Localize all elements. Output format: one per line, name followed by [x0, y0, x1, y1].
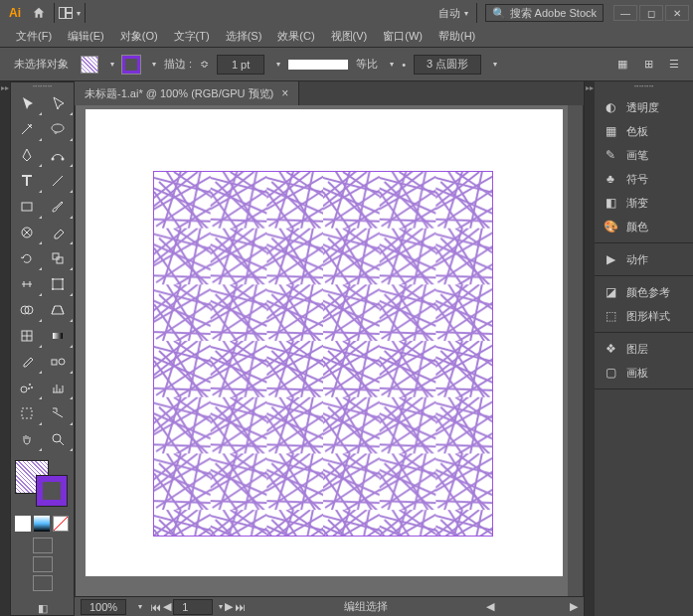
prev-icon[interactable]: ◀ [163, 600, 171, 613]
artboard-nav[interactable]: ⏮ ◀ 1 ▾ ▶ ⏭ [150, 599, 246, 615]
transform-icon[interactable]: ⊞ [639, 56, 657, 74]
panel-画笔[interactable]: ✎画笔 [595, 143, 693, 167]
stroke-weight-field[interactable]: 1 pt [217, 55, 264, 75]
canvas[interactable] [76, 105, 583, 596]
align-icon[interactable]: ▦ [613, 56, 631, 74]
blend-tool[interactable] [43, 349, 75, 375]
chevron-down-icon[interactable]: ▾ [152, 60, 156, 69]
hand-tool[interactable] [11, 426, 43, 452]
panel-画板[interactable]: ▢画板 [595, 361, 693, 385]
document-tab[interactable]: 未标题-1.ai* @ 100% (RGB/GPU 预览) × [75, 81, 299, 105]
free-transform-tool[interactable] [43, 271, 75, 297]
gradient-mode-button[interactable] [34, 516, 50, 532]
eyedropper-tool[interactable] [11, 349, 43, 375]
separator [476, 3, 477, 23]
chevron-down-icon[interactable]: ▾ [493, 60, 497, 69]
chevron-down-icon[interactable]: ▾ [276, 60, 280, 69]
fill-swatch[interactable] [81, 56, 98, 74]
scroll-left-icon[interactable]: ◀ [486, 600, 494, 613]
tab-title: 未标题-1.ai* @ 100% (RGB/GPU 预览) [85, 86, 273, 101]
menu-文件[interactable]: 文件(F) [8, 27, 60, 47]
chevron-down-icon[interactable]: ▾ [219, 602, 223, 611]
scale-tool[interactable] [43, 245, 75, 271]
minimize-button[interactable]: — [613, 5, 637, 21]
menu-选择[interactable]: 选择(S) [218, 27, 270, 47]
width-tool[interactable] [11, 271, 43, 297]
panel-透明度[interactable]: ◐透明度 [595, 95, 693, 119]
chevron-down-icon[interactable]: ▾ [110, 60, 114, 69]
zoom-field[interactable]: 100% [81, 599, 126, 615]
draw-normal-button[interactable] [33, 538, 53, 553]
menu-窗口[interactable]: 窗口(W) [375, 27, 431, 47]
panel-渐变[interactable]: ◧渐变 [595, 191, 693, 215]
menu-帮助[interactable]: 帮助(H) [431, 27, 483, 47]
options-icon[interactable]: ☰ [665, 56, 683, 74]
artboard-number-field[interactable]: 1 [173, 599, 213, 615]
menu-文字[interactable]: 文字(T) [166, 27, 218, 47]
artwork[interactable] [153, 171, 493, 537]
panel-grip[interactable]: ┅┅┅┅ [595, 81, 693, 91]
rectangle-tool[interactable] [11, 194, 43, 220]
paintbrush-tool[interactable] [43, 194, 75, 220]
stroke-preview[interactable] [288, 60, 348, 70]
lasso-tool[interactable] [43, 116, 75, 142]
first-icon[interactable]: ⏮ [150, 601, 161, 613]
panel-动作[interactable]: ▶动作 [595, 247, 693, 271]
vertical-scrollbar[interactable] [568, 105, 583, 596]
selection-tool[interactable] [11, 90, 43, 116]
artboard-tool[interactable] [11, 400, 43, 426]
chevron-down-icon[interactable]: ▾ [138, 602, 142, 611]
arrange-documents-icon[interactable]: ▾ [57, 2, 83, 24]
line-tool[interactable] [43, 168, 75, 194]
gradient-tool[interactable] [43, 323, 75, 349]
stroke-swatch[interactable] [122, 56, 140, 74]
next-icon[interactable]: ▶ [225, 600, 233, 613]
home-icon[interactable] [26, 2, 52, 24]
search-stock-field[interactable]: 🔍 搜索 Adobe Stock [485, 4, 604, 22]
curvature-tool[interactable] [43, 142, 75, 168]
panel-色板[interactable]: ▦色板 [595, 119, 693, 143]
pen-tool[interactable] [11, 142, 43, 168]
rotate-tool[interactable] [11, 245, 43, 271]
menu-编辑[interactable]: 编辑(E) [60, 27, 112, 47]
stepper-icon[interactable]: ≎ [200, 58, 209, 71]
last-icon[interactable]: ⏭ [235, 601, 246, 613]
zoom-tool[interactable] [43, 426, 75, 452]
toolbox-collapse[interactable]: ▸▸ [0, 81, 10, 616]
panel-颜色[interactable]: 🎨颜色 [595, 215, 693, 238]
slice-tool[interactable] [43, 400, 75, 426]
fill-stroke-control[interactable] [15, 460, 70, 510]
none-mode-button[interactable] [53, 516, 69, 532]
color-mode-button[interactable] [15, 516, 31, 532]
symbol-sprayer-tool[interactable] [11, 375, 43, 400]
screen-mode-button[interactable]: ◧ [34, 599, 52, 616]
type-tool[interactable] [11, 168, 43, 194]
shape-builder-tool[interactable] [11, 297, 43, 323]
panel-图形样式[interactable]: ⬚图形样式 [595, 304, 693, 328]
scroll-right-icon[interactable]: ▶ [570, 600, 578, 613]
eraser-tool[interactable] [43, 220, 75, 245]
menu-视图[interactable]: 视图(V) [323, 27, 376, 47]
panel-grip[interactable]: ┅┅┅┅ [11, 82, 74, 90]
panel-颜色参考[interactable]: ◪颜色参考 [595, 280, 693, 304]
panel-符号[interactable]: ♣符号 [595, 167, 693, 191]
direct-selection-tool[interactable] [43, 90, 75, 116]
graph-tool[interactable] [43, 375, 75, 400]
gpu-auto-dropdown[interactable]: 自动 ▾ [433, 3, 474, 23]
draw-inside-button[interactable] [33, 575, 53, 591]
mesh-tool[interactable] [11, 323, 43, 349]
brush-profile-field[interactable]: 3 点圆形 [414, 55, 481, 75]
menu-对象[interactable]: 对象(O) [112, 27, 166, 47]
stroke-color[interactable] [37, 476, 67, 506]
close-button[interactable]: ✕ [665, 5, 689, 21]
magic-wand-tool[interactable] [11, 116, 43, 142]
panels-collapse[interactable]: ▸▸ [585, 81, 595, 616]
draw-behind-button[interactable] [33, 556, 53, 572]
panel-图层[interactable]: ❖图层 [595, 337, 693, 361]
chevron-down-icon[interactable]: ▾ [390, 60, 394, 69]
close-icon[interactable]: × [281, 86, 288, 100]
maximize-button[interactable]: ◻ [639, 5, 663, 21]
menu-效果[interactable]: 效果(C) [269, 27, 322, 47]
shaper-tool[interactable] [11, 220, 43, 245]
perspective-tool[interactable] [43, 297, 75, 323]
